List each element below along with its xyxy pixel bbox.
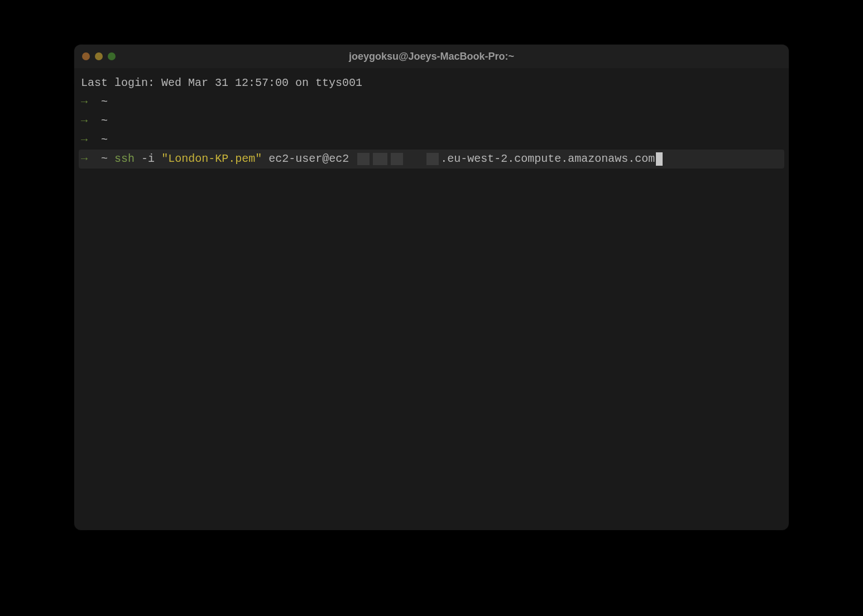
titlebar[interactable]: joeygoksu@Joeys-MacBook-Pro:~ bbox=[74, 45, 789, 68]
redacted-block bbox=[373, 153, 387, 165]
prompt-line: → ~ bbox=[81, 131, 782, 150]
terminal-body[interactable]: Last login: Wed Mar 31 12:57:00 on ttys0… bbox=[74, 68, 789, 530]
maximize-icon[interactable] bbox=[108, 52, 116, 60]
command-line[interactable]: → ~ ssh -i "London-KP.pem" ec2-user@ec2 … bbox=[79, 150, 784, 169]
cmd-host-suffix: .eu-west-2.compute.amazonaws.com bbox=[440, 150, 655, 169]
prompt-path: ~ bbox=[101, 112, 108, 131]
terminal-window: joeygoksu@Joeys-MacBook-Pro:~ Last login… bbox=[74, 45, 789, 530]
arrow-icon: → bbox=[81, 131, 88, 150]
last-login-line: Last login: Wed Mar 31 12:57:00 on ttys0… bbox=[81, 74, 782, 93]
cmd-string: "London-KP.pem" bbox=[161, 150, 262, 169]
arrow-icon: → bbox=[81, 150, 88, 169]
redacted-block bbox=[426, 153, 439, 165]
prompt-line: → ~ bbox=[81, 112, 782, 131]
arrow-icon: → bbox=[81, 112, 88, 131]
window-title: joeygoksu@Joeys-MacBook-Pro:~ bbox=[74, 51, 789, 62]
cmd-host-prefix: ec2-user@ec2 bbox=[269, 150, 349, 169]
traffic-lights bbox=[82, 52, 116, 60]
minimize-icon[interactable] bbox=[95, 52, 103, 60]
redacted-block bbox=[357, 153, 370, 165]
cmd-ssh: ssh bbox=[114, 150, 135, 169]
prompt-path: ~ bbox=[101, 93, 108, 112]
prompt-path: ~ bbox=[101, 150, 108, 169]
cmd-flag: -i bbox=[141, 150, 155, 169]
prompt-path: ~ bbox=[101, 131, 108, 150]
close-icon[interactable] bbox=[82, 52, 90, 60]
cursor-icon bbox=[656, 152, 663, 166]
prompt-line: → ~ bbox=[81, 93, 782, 112]
redacted-block bbox=[391, 153, 403, 165]
arrow-icon: → bbox=[81, 93, 88, 112]
